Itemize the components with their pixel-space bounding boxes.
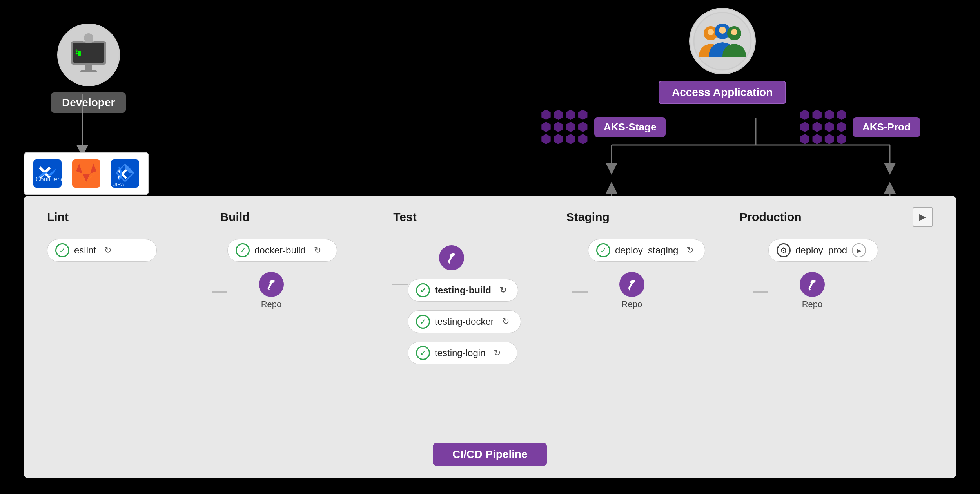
production-repo-icon	[800, 272, 825, 297]
svg-point-21	[731, 29, 737, 35]
testing-docker-job: ✓ testing-docker ↻	[408, 310, 521, 333]
build-repo-label: Repo	[261, 299, 282, 309]
users-avatar	[689, 8, 756, 74]
svg-rect-5	[80, 70, 97, 72]
lint-stage: ✓ eslint ↻	[47, 239, 212, 266]
testing-docker-check-icon: ✓	[416, 315, 430, 329]
confluence-icon: ✕ Confluence	[32, 158, 63, 189]
connector-staging-production	[753, 291, 768, 293]
docker-build-refresh-icon[interactable]: ↻	[310, 243, 325, 257]
stage-lint-title: Lint	[47, 210, 220, 224]
svg-point-20	[719, 27, 726, 34]
svg-text:JIRA: JIRA	[113, 181, 125, 187]
svg-text:$: $	[75, 48, 79, 55]
staging-stage: ✓ deploy_staging ↻ Repo	[588, 239, 753, 309]
stage-staging-title: Staging	[566, 210, 740, 224]
svg-point-15	[694, 13, 751, 70]
production-repo-label: Repo	[802, 299, 823, 309]
docker-build-check-icon: ✓	[236, 243, 250, 257]
developer-arrow	[0, 90, 157, 157]
deploy-prod-gear-icon: ⚙	[777, 243, 791, 257]
eslint-job-name: eslint	[74, 245, 96, 256]
aks-prod-cluster: AKS-Prod	[800, 110, 920, 144]
testing-login-job-name: testing-login	[435, 347, 485, 358]
aks-stage-cluster: AKS-Stage	[541, 110, 666, 144]
testing-build-check-icon: ✓	[416, 283, 430, 297]
pipeline-title-row: Lint Build Test Staging Production ▶	[24, 196, 956, 227]
testing-build-job-name: testing-build	[435, 285, 491, 296]
staging-repo-icon	[619, 272, 644, 297]
aks-prod-hexagons	[800, 110, 847, 144]
aks-stage-label: AKS-Stage	[594, 117, 666, 137]
pipeline-run-button[interactable]: ▶	[913, 207, 933, 227]
testing-login-check-icon: ✓	[416, 346, 430, 360]
test-stage: ✓ testing-build ↻ ✓ testing-docker ↻ ✓ t…	[408, 239, 572, 368]
testing-docker-job-name: testing-docker	[435, 316, 494, 327]
test-repo-icon	[439, 245, 464, 270]
deploy-prod-play-icon[interactable]: ▶	[852, 243, 866, 257]
tools-box: ✕ Confluence	[24, 152, 149, 195]
connector-lint-build	[212, 291, 227, 293]
build-repo-icon	[259, 272, 284, 297]
jira-icon: ✕ JIRA	[109, 158, 141, 189]
test-repo-container	[439, 245, 464, 270]
cicd-pipeline-label: CI/CD Pipeline	[433, 443, 547, 466]
stage-test-title: Test	[393, 210, 566, 224]
gitlab-icon	[71, 158, 102, 189]
testing-login-refresh-icon[interactable]: ↻	[490, 346, 504, 360]
deploy-staging-check-icon: ✓	[596, 243, 610, 257]
top-section: ▮ $ Developer ✕	[0, 0, 980, 219]
svg-point-19	[708, 29, 714, 35]
svg-rect-4	[85, 65, 92, 70]
production-stage: ⚙ deploy_prod ▶ Repo	[768, 239, 933, 309]
docker-build-job: ✓ docker-build ↻	[227, 239, 337, 262]
stage-build-title: Build	[220, 210, 394, 224]
connector-build-test	[392, 284, 408, 285]
testing-build-refresh-icon[interactable]: ↻	[496, 283, 510, 297]
testing-login-job: ✓ testing-login ↻	[408, 342, 517, 364]
connector-test-staging	[572, 291, 588, 293]
deploy-prod-job-name: deploy_prod	[795, 245, 847, 256]
testing-docker-refresh-icon[interactable]: ↻	[499, 315, 513, 329]
users-container: Access Application	[659, 8, 786, 104]
stage-production-title: Production	[739, 210, 913, 224]
build-stage: ✓ docker-build ↻ Repo	[227, 239, 392, 309]
eslint-job: ✓ eslint ↻	[47, 239, 157, 262]
staging-repo-container: Repo	[619, 272, 644, 309]
eslint-refresh-icon[interactable]: ↻	[101, 243, 115, 257]
docker-build-job-name: docker-build	[254, 245, 306, 256]
access-application-label: Access Application	[659, 81, 786, 104]
testing-build-job: ✓ testing-build ↻	[408, 279, 518, 302]
pipeline-section: Lint Build Test Staging Production ▶ ✓ e…	[24, 196, 956, 478]
eslint-check-icon: ✓	[55, 243, 69, 257]
developer-avatar: ▮ $	[57, 24, 120, 86]
aks-stage-hexagons	[541, 110, 588, 144]
aks-prod-label: AKS-Prod	[853, 117, 920, 137]
build-repo-container: Repo	[259, 272, 284, 309]
staging-repo-label: Repo	[622, 299, 642, 309]
deploy-staging-job-name: deploy_staging	[615, 245, 678, 256]
production-repo-container: Repo	[800, 272, 825, 309]
pipeline-jobs-row: ✓ eslint ↻ ✓ docker-build ↻	[24, 227, 956, 380]
deploy-staging-refresh-icon[interactable]: ↻	[683, 243, 697, 257]
deploy-prod-job: ⚙ deploy_prod ▶	[768, 239, 878, 262]
deploy-staging-job: ✓ deploy_staging ↻	[588, 239, 705, 262]
